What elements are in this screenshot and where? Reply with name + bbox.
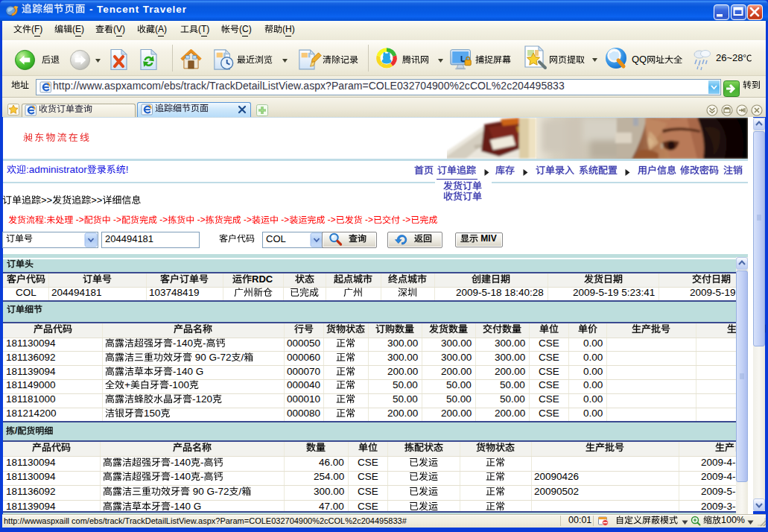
svg-text:00:01: 00:01: [568, 515, 591, 525]
svg-text:RDC: RDC: [252, 273, 273, 285]
svg-text:150: 150: [144, 408, 161, 419]
svg-text:200.00: 200.00: [495, 408, 525, 419]
svg-text:->: ->: [363, 215, 373, 225]
svg-text:181139094: 181139094: [6, 366, 56, 377]
svg-text:103748419: 103748419: [149, 287, 200, 298]
svg-text:CSE: CSE: [539, 393, 559, 405]
svg-text:20090426: 20090426: [534, 471, 579, 482]
svg-text:0.00: 0.00: [583, 338, 603, 349]
svg-text:->: ->: [111, 215, 121, 225]
svg-text:2009-5-18 18:40:28: 2009-5-18 18:40:28: [456, 287, 544, 298]
svg-text:200.00: 200.00: [495, 366, 525, 377]
svg-text:000050: 000050: [287, 338, 320, 349]
svg-text:000070: 000070: [287, 366, 320, 377]
svg-text:CSE: CSE: [358, 501, 378, 512]
svg-text:>>: >>: [91, 194, 102, 206]
svg-text:20090502: 20090502: [534, 486, 579, 497]
svg-text:50.00: 50.00: [500, 393, 525, 405]
svg-text:(C): (C): [239, 24, 252, 34]
svg-text:-: -: [200, 471, 204, 482]
svg-text:0.00: 0.00: [583, 408, 603, 419]
svg-text:(A): (A): [155, 24, 167, 34]
svg-text:47.00: 47.00: [319, 501, 344, 512]
svg-text:181130094: 181130094: [6, 338, 56, 349]
svg-text:-140: -140: [173, 338, 193, 349]
svg-text:CSE: CSE: [539, 366, 559, 377]
svg-text:!: !: [126, 164, 129, 175]
svg-text:/: /: [239, 486, 242, 497]
svg-text:200.00: 200.00: [387, 408, 418, 419]
svg-text:200.00: 200.00: [387, 366, 418, 377]
svg-text:CSE: CSE: [539, 352, 559, 363]
svg-text:2009-5-19 5:23:41: 2009-5-19 5:23:41: [573, 287, 655, 298]
svg-text:0.00: 0.00: [583, 393, 603, 405]
svg-text:->: ->: [73, 215, 83, 225]
svg-text:(T): (T): [198, 24, 209, 34]
svg-text:-140: -140: [171, 457, 191, 468]
svg-text:181136092: 181136092: [6, 486, 56, 497]
svg-text:200.00: 200.00: [441, 366, 472, 377]
svg-text:- Tencent Traveler: - Tencent Traveler: [86, 4, 186, 15]
svg-text:CSE: CSE: [539, 338, 559, 349]
svg-text:181130094: 181130094: [6, 457, 56, 468]
svg-text:204494181: 204494181: [105, 233, 153, 244]
svg-text:50.00: 50.00: [500, 380, 525, 391]
svg-text:(E): (E): [72, 24, 84, 34]
svg-text:300.00: 300.00: [441, 352, 472, 363]
svg-text:->: ->: [400, 215, 410, 225]
svg-text:0.00: 0.00: [583, 366, 603, 377]
svg-text:->: ->: [325, 215, 335, 225]
svg-text:COL: COL: [16, 287, 37, 298]
svg-text:-120: -120: [192, 393, 212, 405]
svg-text:000080: 000080: [287, 408, 320, 419]
svg-text:http://wwwaspxaill com/ebs/tra: http://wwwaspxaill com/ebs/track/TrackDe…: [4, 516, 407, 525]
svg-text:/: /: [241, 352, 244, 363]
svg-text:CSE: CSE: [539, 408, 559, 419]
svg-text:300.00: 300.00: [387, 352, 418, 363]
svg-text:000060: 000060: [287, 352, 320, 363]
svg-text:>>: >>: [41, 194, 52, 206]
svg-text:181214200: 181214200: [6, 408, 57, 419]
svg-text:181181000: 181181000: [6, 393, 56, 405]
svg-text:204494181: 204494181: [51, 287, 102, 298]
svg-text:(V): (V): [113, 24, 125, 34]
svg-text:50.00: 50.00: [446, 393, 472, 405]
svg-text:50.00: 50.00: [393, 393, 418, 405]
svg-text:CSE: CSE: [358, 471, 378, 482]
svg-text::: :: [44, 215, 46, 225]
svg-text:-140: -140: [171, 471, 191, 482]
svg-text:(H): (H): [282, 24, 295, 34]
svg-text:300.00: 300.00: [387, 338, 418, 349]
svg-text:300.00: 300.00: [495, 338, 525, 349]
svg-text:90 G-72: 90 G-72: [192, 352, 232, 363]
svg-text:26~28: 26~28: [716, 52, 743, 63]
svg-text:90 G-72: 90 G-72: [190, 486, 229, 497]
svg-text:0.00: 0.00: [583, 380, 603, 391]
svg-text:->: ->: [157, 215, 168, 225]
svg-text:50.00: 50.00: [446, 380, 472, 391]
svg-text:-100: -100: [169, 380, 189, 391]
svg-text:50.00: 50.00: [393, 380, 418, 391]
svg-text:300.00: 300.00: [314, 486, 344, 497]
svg-text:(F): (F): [31, 24, 42, 34]
svg-text:MIV: MIV: [478, 233, 497, 244]
svg-text:->: ->: [241, 215, 252, 225]
svg-text:46.00: 46.00: [319, 457, 344, 468]
svg-text:0.00: 0.00: [583, 352, 603, 363]
svg-text:300.00: 300.00: [441, 338, 472, 349]
svg-text:COL: COL: [266, 233, 286, 244]
svg-text:100%: 100%: [721, 515, 745, 525]
svg-text:-: -: [203, 338, 206, 349]
svg-text:/: /: [15, 425, 18, 436]
svg-text:254.00: 254.00: [314, 471, 344, 482]
svg-text::administrator: :administrator: [26, 164, 87, 175]
svg-text:http://www.aspxamcom/ebs/track: http://www.aspxamcom/ebs/track/TrackDeta…: [53, 80, 565, 92]
svg-text:+: +: [124, 380, 130, 391]
svg-text:000040: 000040: [287, 380, 320, 391]
svg-text:->: ->: [194, 215, 205, 225]
svg-text:CSE: CSE: [358, 457, 378, 468]
svg-text:-: -: [200, 457, 204, 468]
svg-text:-140 G: -140 G: [173, 366, 203, 377]
svg-text:181139094: 181139094: [6, 501, 56, 512]
svg-text:CSE: CSE: [358, 486, 378, 497]
